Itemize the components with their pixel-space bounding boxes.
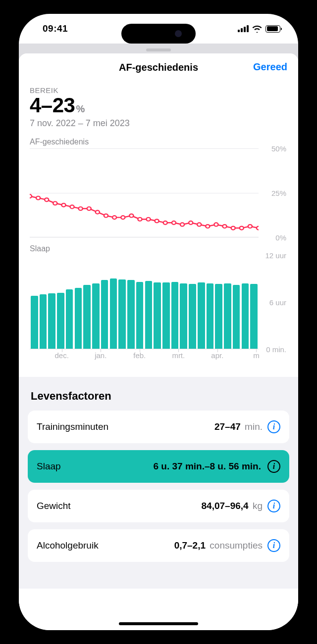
bar <box>145 281 153 349</box>
bar <box>40 294 47 349</box>
svg-point-12 <box>129 214 133 218</box>
bar <box>83 285 91 349</box>
svg-point-20 <box>197 223 201 226</box>
svg-point-13 <box>138 218 142 221</box>
ytick: 0% <box>275 233 286 242</box>
bar <box>31 296 38 349</box>
bar <box>215 284 222 349</box>
sleep-bars <box>30 255 259 349</box>
battery-icon <box>265 25 280 33</box>
bar <box>180 283 187 349</box>
svg-point-18 <box>180 223 184 226</box>
dynamic-island <box>121 24 196 44</box>
factor-value-wrap: 84,07–96,4 kg <box>202 500 280 512</box>
factor-unit: kg <box>250 501 263 511</box>
svg-point-5 <box>70 205 74 209</box>
sheet-header: AF-geschiedenis Gereed <box>19 53 298 81</box>
status-icons <box>238 25 280 33</box>
bar <box>233 285 240 349</box>
x-tick-label: jan. <box>95 351 106 360</box>
info-icon[interactable] <box>267 460 280 473</box>
svg-point-8 <box>96 210 100 214</box>
svg-point-9 <box>104 214 108 218</box>
chart-title-sleep: Slaap <box>30 244 287 253</box>
af-history-chart: AF-geschiedenis 50% 25% 0% <box>19 129 298 237</box>
bar <box>136 282 144 349</box>
af-y-axis: 50% 25% 0% <box>259 148 287 237</box>
life-factors-title: Levensfactoren <box>31 390 286 403</box>
bar <box>110 278 117 349</box>
bar <box>57 293 64 349</box>
svg-point-11 <box>121 216 125 219</box>
bar <box>207 283 214 349</box>
bar <box>224 283 231 349</box>
bar <box>154 282 161 349</box>
svg-point-17 <box>172 221 176 225</box>
svg-point-10 <box>112 216 116 219</box>
factor-value: 0,7–2,1 <box>174 540 206 551</box>
factor-row-alcoholgebruik[interactable]: Alcoholgebruik0,7–2,1 consumpties <box>28 529 289 562</box>
svg-point-1 <box>36 196 40 200</box>
ytick: 50% <box>271 144 286 153</box>
svg-point-26 <box>248 225 252 228</box>
svg-point-2 <box>45 198 49 201</box>
bar <box>66 289 73 349</box>
info-icon[interactable] <box>267 539 280 552</box>
factor-unit: consumpties <box>207 540 263 551</box>
svg-point-21 <box>206 225 210 228</box>
sleep-chart: Slaap 12 uur 6 uur 0 min. dec.jan.feb.mr… <box>19 237 298 363</box>
factor-value: 84,07–96,4 <box>202 501 249 511</box>
bar <box>118 279 126 349</box>
bar <box>162 282 170 349</box>
bar <box>189 284 196 349</box>
ytick: 12 uur <box>265 251 286 260</box>
bar <box>198 282 205 349</box>
range-summary: BEREIK 4–23 % 7 nov. 2022 – 7 mei 2023 <box>19 81 298 129</box>
done-button[interactable]: Gereed <box>253 61 287 73</box>
svg-point-0 <box>30 194 32 198</box>
svg-point-14 <box>147 218 151 221</box>
life-factors-section: Levensfactoren Trainingsminuten27–47 min… <box>19 377 298 589</box>
svg-point-25 <box>240 227 244 230</box>
range-unit: % <box>76 103 84 115</box>
svg-point-7 <box>87 207 91 210</box>
x-tick-label: feb. <box>133 351 146 360</box>
svg-point-4 <box>61 203 65 207</box>
bar <box>101 280 108 349</box>
factor-row-gewicht[interactable]: Gewicht84,07–96,4 kg <box>28 490 289 522</box>
sleep-y-axis: 12 uur 6 uur 0 min. <box>259 255 287 349</box>
svg-point-16 <box>163 221 167 225</box>
status-time: 09:41 <box>43 23 68 34</box>
factor-value-wrap: 0,7–2,1 consumpties <box>174 539 280 552</box>
factor-name: Slaap <box>37 461 61 472</box>
x-tick-label: mrt. <box>172 351 185 360</box>
bar <box>127 280 135 349</box>
factor-name: Gewicht <box>37 501 71 511</box>
range-dates: 7 nov. 2022 – 7 mei 2023 <box>30 118 287 129</box>
svg-point-15 <box>155 219 159 223</box>
svg-point-24 <box>231 227 235 230</box>
range-number: 4–23 <box>30 93 75 117</box>
bar <box>75 288 82 349</box>
factor-value: 27–47 <box>214 421 241 432</box>
range-value: 4–23 % <box>30 93 287 117</box>
ytick: 25% <box>271 189 286 197</box>
x-tick-label: dec. <box>54 351 68 360</box>
info-icon[interactable] <box>267 420 280 433</box>
factor-name: Alcoholgebruik <box>37 540 99 551</box>
factor-row-trainingsminuten[interactable]: Trainingsminuten27–47 min. <box>28 411 289 443</box>
bar <box>250 284 258 349</box>
home-indicator[interactable] <box>119 622 198 625</box>
sheet-content[interactable]: BEREIK 4–23 % 7 nov. 2022 – 7 mei 2023 A… <box>19 81 298 630</box>
info-icon[interactable] <box>267 500 280 512</box>
factor-row-slaap[interactable]: Slaap6 u. 37 min.–8 u. 56 min. <box>28 450 289 483</box>
bar <box>92 283 100 349</box>
factor-value-wrap: 6 u. 37 min.–8 u. 56 min. <box>153 460 280 473</box>
wifi-icon <box>252 25 262 33</box>
svg-point-19 <box>189 221 193 225</box>
factor-value: 6 u. 37 min.–8 u. 56 min. <box>153 461 261 471</box>
cellular-signal-icon <box>238 25 249 32</box>
svg-point-6 <box>79 207 83 210</box>
sheet-title: AF-geschiedenis <box>119 62 198 73</box>
svg-point-23 <box>222 225 226 228</box>
